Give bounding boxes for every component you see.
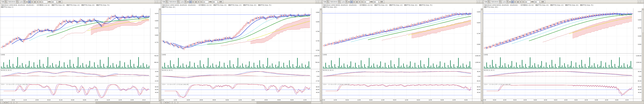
zoom-out-icon[interactable]: − bbox=[175, 101, 178, 103]
bars-input[interactable] bbox=[51, 1, 56, 3]
period-year-button[interactable]: 年 bbox=[361, 1, 364, 3]
symbol-select[interactable]: 日経225mini ▼ bbox=[329, 1, 340, 3]
new-window-icon-button[interactable]: □ bbox=[158, 1, 160, 3]
category-select[interactable]: 先物 ▼ bbox=[322, 1, 329, 3]
category-select[interactable]: 先物 ▼ bbox=[0, 1, 7, 3]
macd-chart-canvas[interactable] bbox=[0, 69, 150, 83]
scroll-down-icon[interactable]: ▼ bbox=[481, 100, 483, 101]
scroll-up-icon[interactable]: ▲ bbox=[642, 9, 644, 10]
new-window-icon-button[interactable]: □ bbox=[319, 1, 322, 3]
scroll-up-icon[interactable]: ▲ bbox=[159, 9, 161, 10]
horizontal-scrollbar[interactable] bbox=[178, 101, 321, 103]
contract-select[interactable]: 12/03 ▼ bbox=[341, 1, 348, 3]
period-year-button[interactable]: 年 bbox=[522, 1, 525, 3]
zoom-in-icon[interactable]: + bbox=[12, 101, 14, 103]
category-select[interactable]: 先物 ▼ bbox=[162, 1, 168, 3]
scroll-up-icon[interactable]: ▲ bbox=[320, 9, 322, 10]
volume-chart-canvas[interactable] bbox=[322, 53, 472, 69]
bars-input[interactable] bbox=[212, 1, 218, 3]
scroll-start-icon[interactable]: « bbox=[162, 101, 164, 103]
macd-chart-canvas[interactable] bbox=[322, 69, 472, 83]
new-window-icon-button[interactable]: □ bbox=[641, 1, 644, 3]
price-chart-canvas[interactable] bbox=[161, 8, 311, 53]
new-window-icon-button[interactable]: □ bbox=[480, 1, 482, 3]
scroll-down-icon[interactable]: ▼ bbox=[320, 100, 322, 101]
interval-input[interactable] bbox=[525, 1, 530, 3]
apply-button[interactable]: 適用 bbox=[379, 1, 384, 3]
symbol-select[interactable]: 日経225mini ▼ bbox=[168, 1, 180, 3]
contract-select[interactable]: 12/03 ▼ bbox=[502, 1, 509, 3]
vertical-scrollbar-thumb[interactable] bbox=[159, 10, 161, 33]
price-chart-canvas[interactable] bbox=[322, 8, 472, 53]
stochastics-chart-canvas[interactable] bbox=[483, 83, 633, 99]
volume-chart-canvas[interactable] bbox=[483, 53, 633, 69]
bars-input[interactable] bbox=[373, 1, 378, 3]
volume-chart-canvas[interactable] bbox=[161, 53, 311, 69]
vertical-scrollbar-thumb[interactable] bbox=[481, 10, 483, 33]
stochastics-chart-canvas[interactable] bbox=[161, 83, 311, 99]
horizontal-scrollbar-thumb[interactable] bbox=[257, 102, 311, 103]
menu-icon-button[interactable]: ≡ bbox=[638, 1, 640, 3]
scroll-up-icon[interactable]: ▲ bbox=[481, 9, 483, 10]
volume-chart-canvas[interactable] bbox=[0, 53, 150, 69]
scroll-right-icon[interactable]: ▶ bbox=[167, 101, 170, 103]
interval-input[interactable] bbox=[364, 1, 370, 3]
menu-icon-button[interactable]: ≡ bbox=[154, 1, 157, 3]
symbol-select[interactable]: 日経225mini ▼ bbox=[490, 1, 502, 3]
period-day-button[interactable]: 日 bbox=[31, 1, 34, 3]
scroll-left-icon[interactable]: ◀ bbox=[164, 101, 167, 103]
vertical-scrollbar[interactable]: ▲ ▼ bbox=[642, 8, 644, 101]
scroll-left-icon[interactable]: ◀ bbox=[3, 101, 6, 103]
period-month-button[interactable]: 月 bbox=[519, 1, 522, 3]
period-month-button[interactable]: 月 bbox=[197, 1, 200, 3]
period-day-button[interactable]: 日 bbox=[514, 1, 516, 3]
macd-chart-canvas[interactable] bbox=[161, 69, 311, 83]
period-day-button[interactable]: 日 bbox=[353, 1, 356, 3]
macd-chart-canvas[interactable] bbox=[483, 69, 633, 83]
apply-button[interactable]: 適用 bbox=[540, 1, 545, 3]
period-minute-button[interactable]: 分 bbox=[28, 1, 31, 3]
scroll-end-icon[interactable]: » bbox=[9, 101, 11, 103]
scroll-down-icon[interactable]: ▼ bbox=[642, 100, 644, 101]
scroll-down-icon[interactable]: ▼ bbox=[159, 100, 161, 101]
period-month-button[interactable]: 月 bbox=[36, 1, 39, 3]
period-week-button[interactable]: 週 bbox=[34, 1, 36, 3]
bars-input[interactable] bbox=[534, 1, 540, 3]
apply-button[interactable]: 適用 bbox=[218, 1, 223, 3]
horizontal-scrollbar-thumb[interactable] bbox=[96, 102, 150, 103]
vertical-scrollbar[interactable]: ▲ ▼ bbox=[481, 8, 483, 101]
stochastics-chart-canvas[interactable] bbox=[322, 83, 472, 99]
period-week-button[interactable]: 週 bbox=[356, 1, 358, 3]
scroll-right-icon[interactable]: ▶ bbox=[6, 101, 8, 103]
contract-select[interactable]: 12/03 ▼ bbox=[19, 1, 26, 3]
period-week-button[interactable]: 週 bbox=[516, 1, 519, 3]
interval-input[interactable] bbox=[42, 1, 48, 3]
price-chart-canvas[interactable] bbox=[0, 8, 150, 53]
period-minute-button[interactable]: 分 bbox=[189, 1, 192, 3]
period-year-button[interactable]: 年 bbox=[39, 1, 42, 3]
zoom-out-icon[interactable]: − bbox=[14, 101, 16, 103]
scroll-end-icon[interactable]: » bbox=[170, 101, 172, 103]
horizontal-scrollbar[interactable] bbox=[18, 101, 160, 103]
vertical-scrollbar-thumb[interactable] bbox=[320, 10, 322, 33]
menu-icon-button[interactable]: ≡ bbox=[476, 1, 479, 3]
stochastics-chart-canvas[interactable] bbox=[0, 83, 150, 99]
period-month-button[interactable]: 月 bbox=[358, 1, 361, 3]
apply-button[interactable]: 適用 bbox=[57, 1, 62, 3]
vertical-scrollbar[interactable]: ▲ ▼ bbox=[159, 8, 161, 101]
category-select[interactable]: 先物 ▼ bbox=[484, 1, 490, 3]
price-chart-canvas[interactable] bbox=[483, 8, 633, 53]
period-year-button[interactable]: 年 bbox=[200, 1, 203, 3]
vertical-scrollbar-thumb[interactable] bbox=[642, 10, 644, 33]
scroll-start-icon[interactable]: « bbox=[0, 101, 3, 103]
contract-select[interactable]: 12/03 ▼ bbox=[180, 1, 187, 3]
period-day-button[interactable]: 日 bbox=[192, 1, 194, 3]
interval-input[interactable] bbox=[203, 1, 208, 3]
menu-icon-button[interactable]: ≡ bbox=[316, 1, 318, 3]
period-minute-button[interactable]: 分 bbox=[511, 1, 514, 3]
symbol-select[interactable]: 日経225mini ▼ bbox=[7, 1, 18, 3]
period-week-button[interactable]: 週 bbox=[194, 1, 197, 3]
zoom-in-icon[interactable]: + bbox=[172, 101, 175, 103]
period-minute-button[interactable]: 分 bbox=[350, 1, 353, 3]
vertical-scrollbar[interactable]: ▲ ▼ bbox=[320, 8, 322, 101]
